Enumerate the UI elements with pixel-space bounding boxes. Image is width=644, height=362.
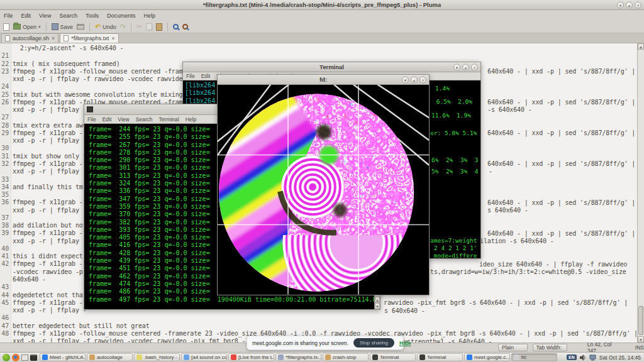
menu-item-file[interactable]: File <box>4 13 13 19</box>
open-button[interactable]: Open ▾ <box>13 24 41 30</box>
terminal-menu-file[interactable]: File <box>87 116 96 123</box>
pluma-titlebar[interactable]: *filtergraphs.txt (Mini-4 /media/crash-s… <box>0 0 644 10</box>
maximize-button[interactable]: ▴ <box>626 1 633 8</box>
terminal-menu-edit[interactable]: Edit <box>201 73 211 79</box>
terminal-menu-help[interactable]: Help <box>186 116 196 123</box>
pluma-window-title: *filtergraphs.txt (Mini-4 /media/crash-s… <box>203 1 441 8</box>
cut-button[interactable]: ✂ <box>136 23 142 30</box>
print-button[interactable] <box>77 24 84 30</box>
terminal-menu-search[interactable]: Search <box>136 116 153 123</box>
terminal-menu-edit[interactable]: Edit <box>103 116 112 123</box>
task-label: [Live from the L... <box>238 354 274 360</box>
tab--filtergraphs-txt[interactable]: *filtergraphs.txt× <box>60 33 118 43</box>
maximize-button[interactable]: ▴ <box>411 76 418 83</box>
keyboard-layout-indicator[interactable]: EN <box>567 354 577 360</box>
insert-mode: INS <box>635 344 644 351</box>
taskbar-task-folder[interactable]: autocollage <box>87 353 133 361</box>
menu-icon[interactable] <box>3 354 10 361</box>
taskbar-task-doc[interactable]: [a4 sound on co... <box>181 353 227 361</box>
tab-width-dropdown[interactable]: Tab Width: 4 ▾ <box>533 344 567 351</box>
files-icon[interactable] <box>21 354 28 361</box>
close-button[interactable]: × <box>635 1 641 8</box>
hide-link[interactable]: Hide <box>399 340 411 346</box>
taskbar-task-bash[interactable]: .bash_history - ... <box>134 353 180 361</box>
taskbar-task-globe[interactable]: meet.google.c... <box>464 353 510 361</box>
redo-button[interactable]: ↷ <box>120 23 126 30</box>
task-label: .bash_history - ... <box>144 354 180 360</box>
editor-line-fragment: 640x640 - | xxd -p | sed 's/887/8ff/g' | <box>487 129 635 137</box>
x264-stat-fragment: 5% 2% 3% 4 <box>431 168 478 175</box>
network-icon[interactable] <box>589 354 596 361</box>
task-label: meet.google.c... <box>474 354 510 360</box>
volume-icon[interactable] <box>580 354 586 361</box>
task-label: *filtergraphs.tx... <box>286 354 321 360</box>
firefox-icon[interactable] <box>12 354 19 361</box>
taskbar-task-pluma[interactable]: *filtergraphs.tx... <box>275 353 321 361</box>
terminal-launcher-icon[interactable] <box>30 354 37 361</box>
paste-button[interactable] <box>156 23 162 31</box>
taskbar-task-media[interactable]: [Live from the L... <box>228 353 274 361</box>
menu-item-tools[interactable]: Tools <box>86 13 99 19</box>
save-button[interactable]: Save <box>52 23 74 30</box>
clock[interactable]: Sat Oct 25, 14:45 <box>599 354 641 361</box>
terminal-menu-file[interactable]: File <box>186 73 195 79</box>
menu-item-view[interactable]: View <box>39 13 51 19</box>
taskbar-task-folder[interactable]: crash-stop <box>323 353 369 361</box>
terminal-back-titlebar[interactable]: Terminal ▾ ▴ × <box>183 62 480 72</box>
bash-icon <box>136 354 142 360</box>
window-icon <box>514 354 519 360</box>
editor-line-fragment: s 640x640 - <box>384 307 425 315</box>
replace-button[interactable] <box>182 24 188 30</box>
menu-item-help[interactable]: Help <box>143 13 155 19</box>
tab-autocollage-sh[interactable]: autocollage.sh× <box>1 33 58 43</box>
copy-button[interactable] <box>146 23 152 30</box>
x264-stat-fragment: 11.6% 1.9% <box>431 112 471 119</box>
new-document-button[interactable] <box>3 23 9 31</box>
scroll-down-arrow[interactable]: ▼ <box>638 336 644 343</box>
editor-line-fragment: 640x640 - | xxd -p | sed 's/887/8ff/g' | <box>487 160 635 168</box>
taskbar-task-meet[interactable]: Meet - glitchLA... <box>40 353 86 361</box>
scrollbar-thumb[interactable] <box>638 306 643 335</box>
x264-stat-fragment: ames=7:weight <box>430 237 477 244</box>
taskbar-task-window[interactable]: fd: <box>511 353 557 361</box>
save-icon <box>52 23 58 30</box>
folder-icon <box>325 354 331 360</box>
close-button[interactable]: × <box>471 63 478 70</box>
x264-stat-fragment: 1.4% <box>435 85 450 92</box>
fd-titlebar[interactable]: fd: ▾ ▴ × <box>218 75 429 85</box>
maximize-button[interactable]: ▴ <box>462 63 469 70</box>
minimize-button[interactable]: ▾ <box>617 1 624 8</box>
system-tray: EN Sat Oct 25, 14:45 <box>567 354 644 361</box>
undo-icon: ↶ <box>95 23 101 30</box>
undo-button[interactable]: ↶ Undo <box>95 23 116 30</box>
close-button[interactable]: × <box>419 76 426 83</box>
taskbar-task-term[interactable]: Terminal <box>370 353 416 361</box>
terminal-menu-terminal[interactable]: Terminal <box>159 116 179 123</box>
taskbar-task-term[interactable]: Terminal <box>417 353 463 361</box>
find-button[interactable] <box>173 24 179 30</box>
stop-sharing-button[interactable]: Stop sharing <box>353 338 394 348</box>
terminal-menu-view[interactable]: View <box>118 116 129 123</box>
scroll-up-arrow[interactable]: ▲ <box>638 43 644 50</box>
tab-close-icon[interactable]: × <box>111 35 114 41</box>
menu-item-search[interactable]: Search <box>59 13 77 19</box>
editor-vertical-scrollbar[interactable]: ▲ ▼ <box>637 43 644 343</box>
scroll-up-arrow[interactable]: ▲ <box>375 297 380 303</box>
pluma-toolbar: Open ▾ Save ↶ Undo ↷ ✂ <box>0 21 644 33</box>
menu-item-edit[interactable]: Edit <box>21 13 31 19</box>
task-label: Terminal <box>380 354 399 360</box>
open-folder-icon <box>13 24 21 30</box>
search-icon <box>173 24 179 30</box>
scroll-down-arrow[interactable]: ▼ <box>375 303 380 309</box>
editor-line-fragment: 640x640 - | xxd -p | sed 's/887/8ff/g' | <box>487 199 635 207</box>
menu-item-documents[interactable]: Documents <box>107 13 136 19</box>
toolbar-separator <box>89 23 90 31</box>
minimize-button[interactable]: ▾ <box>402 76 409 83</box>
tab-close-icon[interactable]: × <box>52 35 55 41</box>
editor-line-fragment: - <box>489 168 492 175</box>
open-dropdown-caret[interactable]: ▾ <box>38 25 41 30</box>
minimize-button[interactable]: ▾ <box>453 63 460 70</box>
document-icon <box>5 35 10 41</box>
notification-text: meet.google.com is sharing your screen. <box>252 340 348 346</box>
doc-type-dropdown[interactable]: Plain Text ▾ <box>498 344 528 351</box>
